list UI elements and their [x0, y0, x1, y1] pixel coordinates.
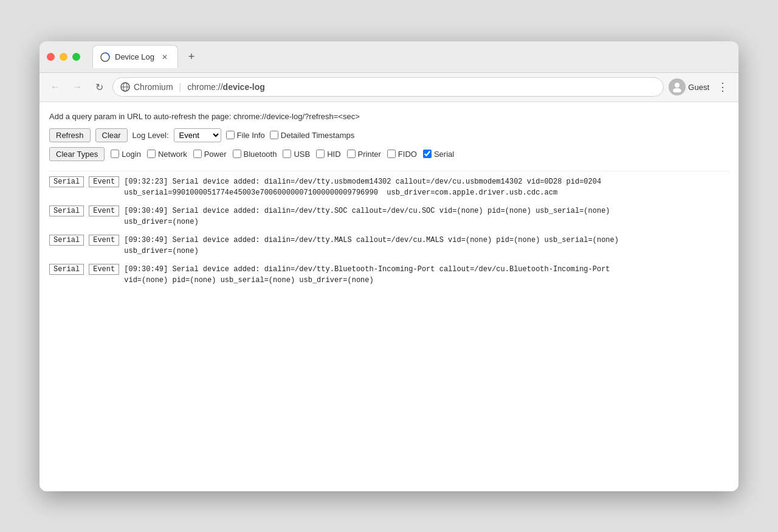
- log-line-2: usb_serial=9901000051774e45003e700600000…: [124, 187, 729, 198]
- tab-favicon-icon: [100, 52, 110, 62]
- address-bar: ← → ↻ Chromium | chrome://device-log Gue…: [40, 73, 738, 102]
- profile-button[interactable]: Guest: [669, 78, 709, 95]
- minimize-window-button[interactable]: [60, 53, 67, 61]
- tab-title: Device Log: [115, 52, 154, 61]
- log-entries: Serial Event [09:32:23] Serial device ad…: [49, 171, 729, 286]
- tag-serial: Serial: [49, 264, 84, 275]
- tag-serial: Serial: [49, 176, 84, 187]
- profile-icon: [669, 78, 686, 95]
- controls-row-2: Clear Types Login Network Power Bluetoot…: [49, 147, 729, 161]
- forward-button[interactable]: →: [69, 78, 86, 95]
- new-tab-button[interactable]: +: [183, 48, 200, 65]
- maximize-window-button[interactable]: [72, 53, 80, 61]
- log-entry-content: [09:30:49] Serial device added: dialin=/…: [124, 206, 729, 227]
- log-line-2: usb_driver=(none): [124, 246, 729, 257]
- type-hid-label[interactable]: HID: [316, 150, 340, 159]
- type-printer-text: Printer: [358, 150, 381, 159]
- url-bar[interactable]: Chromium | chrome://device-log: [112, 77, 664, 97]
- type-bluetooth-text: Bluetooth: [244, 150, 277, 159]
- log-entry-content: [09:32:23] Serial device added: dialin=/…: [124, 176, 729, 198]
- file-info-label: File Info: [237, 131, 265, 140]
- detailed-timestamps-checkbox[interactable]: [270, 131, 278, 139]
- log-line-1: [09:30:49] Serial device added: dialin=/…: [124, 235, 729, 246]
- type-serial-text: Serial: [434, 150, 454, 159]
- type-power-label[interactable]: Power: [193, 150, 227, 159]
- title-bar: Device Log ✕ +: [40, 41, 738, 73]
- reload-button[interactable]: ↻: [91, 78, 108, 95]
- url-chrome-part: chrome://device-log: [187, 82, 265, 92]
- type-usb-label[interactable]: USB: [283, 150, 310, 159]
- type-hid-text: HID: [327, 150, 340, 159]
- log-line-1: [09:32:23] Serial device added: dialin=/…: [124, 176, 729, 187]
- url-domain: Chromium: [134, 82, 173, 92]
- detailed-timestamps-checkbox-label[interactable]: Detailed Timestamps: [270, 131, 354, 140]
- log-entry: Serial Event [09:32:23] Serial device ad…: [49, 176, 729, 198]
- active-tab[interactable]: Device Log ✕: [92, 45, 178, 68]
- log-entry-content: [09:30:49] Serial device added: dialin=/…: [124, 235, 729, 257]
- type-fido-label[interactable]: FIDO: [387, 150, 417, 159]
- tab-close-button[interactable]: ✕: [159, 52, 170, 63]
- type-login-label[interactable]: Login: [111, 150, 141, 159]
- close-window-button[interactable]: [47, 53, 55, 61]
- tag-event: Event: [89, 206, 119, 216]
- type-bluetooth-label[interactable]: Bluetooth: [233, 150, 277, 159]
- type-login-text: Login: [122, 150, 141, 159]
- svg-point-4: [675, 83, 680, 88]
- type-network-label[interactable]: Network: [147, 150, 187, 159]
- file-info-checkbox-label[interactable]: File Info: [226, 131, 265, 140]
- type-printer-checkbox[interactable]: [347, 150, 356, 158]
- back-button[interactable]: ←: [47, 78, 64, 95]
- url-separator: |: [179, 82, 182, 92]
- file-info-checkbox[interactable]: [226, 131, 235, 139]
- account-icon: [672, 81, 683, 92]
- type-power-checkbox[interactable]: [193, 150, 202, 158]
- type-login-checkbox[interactable]: [111, 150, 119, 158]
- log-entry-content: [09:30:49] Serial device added: dialin=/…: [124, 264, 729, 286]
- page-content: Add a query param in URL to auto-refresh…: [40, 102, 738, 491]
- type-network-checkbox[interactable]: [147, 150, 156, 158]
- log-entry: Serial Event [09:30:49] Serial device ad…: [49, 264, 729, 286]
- type-printer-label[interactable]: Printer: [347, 150, 381, 159]
- svg-point-5: [673, 88, 681, 92]
- log-line-1: [09:30:49] Serial device added: dialin=/…: [124, 206, 729, 216]
- type-hid-checkbox[interactable]: [316, 150, 325, 158]
- detailed-timestamps-label: Detailed Timestamps: [281, 131, 354, 140]
- type-fido-checkbox[interactable]: [387, 150, 396, 158]
- tag-event: Event: [89, 235, 119, 246]
- profile-label: Guest: [688, 83, 709, 92]
- log-line-2: vid=(none) pid=(none) usb_serial=(none) …: [124, 275, 729, 286]
- tag-event: Event: [89, 264, 119, 275]
- log-line-2: usb_driver=(none): [124, 216, 729, 227]
- type-fido-text: FIDO: [398, 150, 417, 159]
- clear-button[interactable]: Clear: [95, 128, 128, 142]
- type-usb-text: USB: [294, 150, 310, 159]
- clear-types-button[interactable]: Clear Types: [49, 147, 105, 161]
- tag-serial: Serial: [49, 206, 84, 216]
- log-line-1: [09:30:49] Serial device added: dialin=/…: [124, 264, 729, 275]
- tag-event: Event: [89, 176, 119, 187]
- log-entry: Serial Event [09:30:49] Serial device ad…: [49, 206, 729, 227]
- tag-serial: Serial: [49, 235, 84, 246]
- site-info-icon: [120, 82, 130, 92]
- type-network-text: Network: [158, 150, 187, 159]
- type-usb-checkbox[interactable]: [283, 150, 291, 158]
- url-page-part: device-log: [223, 82, 265, 92]
- type-power-text: Power: [204, 150, 227, 159]
- log-entry: Serial Event [09:30:49] Serial device ad…: [49, 235, 729, 257]
- log-level-label: Log Level:: [133, 131, 169, 140]
- type-serial-checkbox[interactable]: [423, 150, 432, 158]
- tab-bar: Device Log ✕ +: [92, 41, 200, 72]
- traffic-lights: [47, 53, 80, 61]
- type-serial-label[interactable]: Serial: [423, 150, 454, 159]
- log-level-select[interactable]: Verbose Debug Info Event Error: [174, 128, 221, 142]
- browser-window: Device Log ✕ + ← → ↻ Chromium | chrome:/…: [40, 41, 738, 491]
- type-bluetooth-checkbox[interactable]: [233, 150, 241, 158]
- controls-row-1: Refresh Clear Log Level: Verbose Debug I…: [49, 128, 729, 142]
- browser-menu-button[interactable]: ⋮: [714, 78, 731, 95]
- info-bar: Add a query param in URL to auto-refresh…: [49, 112, 729, 121]
- refresh-button[interactable]: Refresh: [49, 128, 91, 142]
